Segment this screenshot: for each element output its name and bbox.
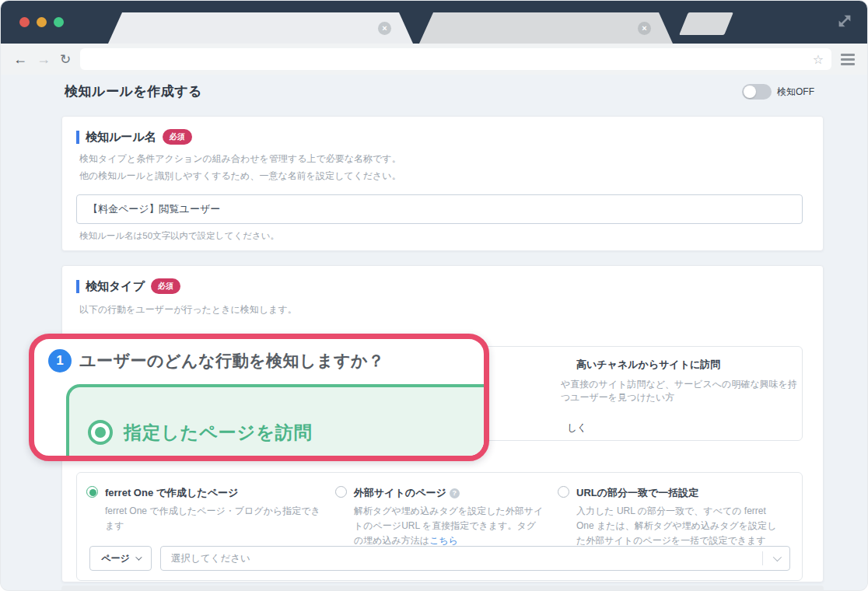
radio-selected-icon[interactable] [88, 420, 113, 445]
chevron-down-icon [135, 554, 142, 560]
channel-option-more-link[interactable]: しく [567, 421, 587, 435]
required-badge: 必須 [163, 129, 192, 145]
new-tab-button[interactable] [679, 12, 733, 35]
browser-tab-active[interactable]: × [108, 12, 413, 44]
section-title: 検知タイプ [86, 279, 145, 294]
description-line: 他の検知ルールと識別しやすくするため、一意な名前を設定してください。 [79, 168, 401, 185]
radio-unselected-icon[interactable] [558, 486, 569, 498]
browser-titlebar: × × [1, 1, 867, 44]
option-label: 外部サイトのページ [354, 487, 446, 498]
channel-option-title: 高いチャネルからサイトに訪問 [576, 358, 720, 372]
section-title: 検知ルール名 [86, 130, 156, 145]
rule-name-helper: 検知ルール名は50文字以内で設定してください。 [79, 230, 279, 242]
page-title: 検知ルールを作成する [65, 82, 202, 100]
required-badge: 必須 [151, 278, 180, 294]
description-line: 検知タイプと条件アクションの組み合わせを管理する上で必要な名称です。 [79, 151, 401, 168]
rule-name-description: 検知タイプと条件アクションの組み合わせを管理する上で必要な名称です。 他の検知ル… [79, 151, 401, 184]
minimize-window-button[interactable] [37, 17, 47, 27]
next-section-strip [61, 586, 824, 590]
radio-unselected-icon[interactable] [335, 486, 347, 498]
page-content: 検知ルールを作成する 検知OFF 検知ルール名 必須 検知タイプと条件アクション… [1, 75, 867, 590]
channel-option-description: や直接のサイト訪問など、サービスへの明確な興味を持つユーザーを見つけたい方 [561, 378, 802, 404]
window-controls [19, 17, 64, 27]
option-external-site-page[interactable]: 外部サイトのページ? 解析タグや埋め込みタグを設定した外部サイトのページURL … [335, 485, 558, 549]
section-accent-bar [76, 280, 79, 293]
highlighted-option-label: 指定したページを訪問 [124, 421, 313, 445]
kochira-link[interactable]: こちら [429, 535, 458, 546]
detect-toggle-group: 検知OFF [742, 84, 814, 100]
detect-type-heading: 検知タイプ 必須 [76, 278, 180, 294]
tab-close-icon[interactable]: × [378, 22, 391, 35]
toggle-knob [744, 86, 756, 98]
screenshot-canvas: × × ← → ↻ ☆ 検知ルールを作 [0, 0, 868, 591]
page-select-row: ページ 選択してください [89, 546, 790, 571]
step-number-badge: 1 [48, 349, 72, 372]
page-type-dropdown-button[interactable]: ページ [89, 546, 152, 571]
page-source-box: ferret One で作成したページ ferret One で作成したページ・… [76, 472, 803, 581]
annotation-callout: 1 ユーザーのどんな行動を検知しますか？ 指定したページを訪問 [29, 334, 489, 461]
back-icon[interactable]: ← [13, 52, 27, 66]
url-input[interactable]: ☆ [80, 48, 831, 70]
detect-toggle-label: 検知OFF [777, 86, 814, 99]
fullscreen-expand-icon[interactable] [835, 11, 855, 31]
forward-icon: → [37, 52, 51, 66]
rule-name-heading: 検知ルール名 必須 [76, 129, 192, 145]
help-icon[interactable]: ? [450, 488, 460, 498]
option-description: 解析タグや埋め込みタグを設定した外部サイトのページURL を直接指定できます。タ… [354, 504, 558, 549]
tab-background [108, 12, 413, 44]
option-label: URLの部分一致で一括設定 [576, 487, 698, 498]
annotation-question: ユーザーのどんな行動を検知しますか？ [79, 350, 384, 372]
detect-type-description: 以下の行動をユーザーが行ったときに検知します。 [79, 302, 297, 319]
tab-close-icon[interactable]: × [638, 22, 651, 35]
chevron-down-icon[interactable] [773, 553, 782, 561]
browser-addressbar: ← → ↻ ☆ [1, 44, 867, 75]
option-ferret-one-page[interactable]: ferret One で作成したページ ferret One で作成したページ・… [86, 485, 335, 549]
zoom-window-button[interactable] [54, 17, 64, 27]
option-description: ferret One で作成したページ・ブログから指定できます [105, 504, 335, 533]
highlighted-option-row[interactable]: 指定したページを訪問 [88, 420, 313, 445]
page-source-options: ferret One で作成したページ ferret One で作成したページ・… [77, 473, 802, 544]
browser-menu-icon[interactable] [841, 54, 855, 65]
refresh-icon[interactable]: ↻ [60, 53, 71, 66]
tab-background [419, 12, 673, 44]
option-description: 入力した URL の部分一致で、すべての ferret One または、解析タグ… [576, 504, 791, 549]
bookmark-star-icon[interactable]: ☆ [813, 52, 824, 67]
rule-name-input[interactable]: 【料金ページ】閲覧ユーザー [76, 194, 803, 224]
option-label: ferret One で作成したページ [105, 487, 238, 498]
browser-tab-inactive[interactable]: × [419, 12, 673, 44]
select-placeholder: 選択してください [171, 552, 762, 565]
page-select-input[interactable]: 選択してください [160, 546, 790, 571]
option-url-partial-match[interactable]: URLの部分一致で一括設定 入力した URL の部分一致で、すべての ferre… [558, 485, 791, 549]
rule-name-card: 検知ルール名 必須 検知タイプと条件アクションの組み合わせを管理する上で必要な名… [61, 116, 824, 251]
detect-off-toggle[interactable] [742, 84, 772, 100]
annotation-question-row: 1 ユーザーのどんな行動を検知しますか？ [48, 349, 384, 372]
page-type-label: ページ [101, 552, 130, 565]
section-accent-bar [76, 131, 79, 144]
browser-window: × × ← → ↻ ☆ 検知ルールを作 [1, 1, 867, 590]
close-window-button[interactable] [19, 17, 30, 27]
radio-selected-icon[interactable] [86, 486, 98, 498]
highlighted-option-box: 指定したページを訪問 [66, 384, 489, 461]
